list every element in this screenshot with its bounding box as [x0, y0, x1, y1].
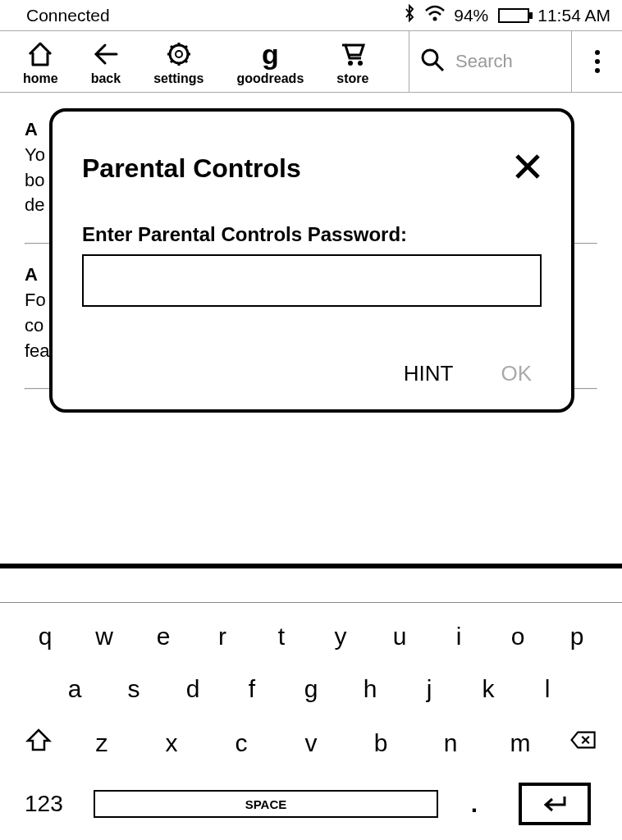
keyboard-row-1: q w e r t y u i o p: [25, 623, 597, 651]
ok-button[interactable]: OK: [501, 361, 532, 386]
key-v[interactable]: v: [290, 729, 332, 757]
key-a[interactable]: a: [54, 675, 95, 703]
status-right: 94% 11:54 AM: [403, 4, 611, 26]
search-icon: [419, 47, 446, 76]
key-f[interactable]: f: [231, 675, 272, 703]
key-q[interactable]: q: [25, 623, 66, 651]
key-p[interactable]: p: [556, 623, 597, 651]
key-w[interactable]: w: [84, 623, 125, 651]
cart-icon: [339, 40, 367, 68]
status-bar: Connected 94% 11:54 AM: [0, 0, 622, 31]
key-i[interactable]: i: [438, 623, 479, 651]
keyboard-row-3: z x c v b n m: [25, 728, 597, 758]
key-b[interactable]: b: [360, 729, 401, 757]
period-key[interactable]: .: [458, 790, 491, 818]
key-s[interactable]: s: [113, 675, 154, 703]
settings-button[interactable]: settings: [153, 38, 204, 89]
key-n[interactable]: n: [430, 729, 471, 757]
key-u[interactable]: u: [379, 623, 420, 651]
key-c[interactable]: c: [221, 729, 262, 757]
numbers-key[interactable]: 123: [25, 791, 74, 817]
wifi-icon: [424, 5, 446, 25]
key-r[interactable]: r: [202, 623, 243, 651]
home-icon: [26, 40, 54, 68]
key-j[interactable]: j: [409, 675, 450, 703]
home-button[interactable]: home: [23, 38, 58, 89]
back-label: back: [91, 71, 121, 86]
svg-point-4: [358, 61, 363, 66]
key-x[interactable]: x: [151, 729, 192, 757]
svg-point-5: [423, 50, 437, 65]
close-button[interactable]: [514, 153, 542, 184]
key-m[interactable]: m: [500, 729, 541, 757]
key-d[interactable]: d: [172, 675, 213, 703]
gear-icon: [165, 40, 193, 68]
password-label: Enter Parental Controls Password:: [82, 223, 542, 246]
settings-label: settings: [153, 71, 204, 86]
clock: 11:54 AM: [537, 6, 611, 25]
key-z[interactable]: z: [81, 729, 122, 757]
bg-title-2: A: [25, 264, 38, 285]
space-key[interactable]: SPACE: [94, 790, 438, 818]
battery-pct: 94%: [454, 6, 488, 25]
backspace-key[interactable]: [569, 728, 597, 758]
battery-icon: [498, 8, 529, 23]
bg-title-1: A: [25, 119, 38, 139]
store-label: store: [336, 71, 368, 86]
key-l[interactable]: l: [527, 675, 568, 703]
toolbar: home back settings g goodreads store: [0, 31, 622, 93]
key-k[interactable]: k: [468, 675, 509, 703]
shift-key[interactable]: [25, 728, 53, 758]
key-o[interactable]: o: [497, 623, 538, 651]
svg-point-0: [433, 17, 437, 21]
parental-controls-modal: Parental Controls Enter Parental Control…: [49, 108, 574, 413]
keyboard: q w e r t y u i o p a s d f g h j k l z: [0, 564, 622, 840]
keyboard-row-4: 123 SPACE .: [25, 783, 597, 825]
more-menu-button[interactable]: [571, 31, 622, 92]
keyboard-row-2: a s d f g h j k l: [25, 675, 597, 703]
search-button[interactable]: Search: [409, 31, 571, 92]
hint-button[interactable]: HINT: [404, 361, 454, 386]
goodreads-label: goodreads: [236, 71, 304, 86]
key-e[interactable]: e: [143, 623, 184, 651]
key-y[interactable]: y: [320, 623, 361, 651]
svg-point-2: [176, 51, 182, 57]
enter-key[interactable]: [519, 783, 591, 825]
goodreads-icon: g: [256, 40, 284, 68]
more-icon: [595, 50, 600, 73]
key-h[interactable]: h: [350, 675, 391, 703]
key-g[interactable]: g: [290, 675, 332, 703]
back-button[interactable]: back: [91, 38, 121, 89]
home-label: home: [23, 71, 58, 86]
svg-line-6: [436, 63, 443, 71]
back-icon: [92, 40, 120, 68]
goodreads-button[interactable]: g goodreads: [236, 38, 304, 89]
key-t[interactable]: t: [261, 623, 302, 651]
svg-point-3: [348, 61, 353, 66]
store-button[interactable]: store: [336, 38, 368, 89]
password-input[interactable]: [82, 254, 542, 307]
bluetooth-icon: [403, 4, 416, 26]
modal-title: Parental Controls: [82, 153, 301, 184]
connection-status: Connected: [26, 6, 110, 25]
search-placeholder: Search: [455, 51, 513, 72]
